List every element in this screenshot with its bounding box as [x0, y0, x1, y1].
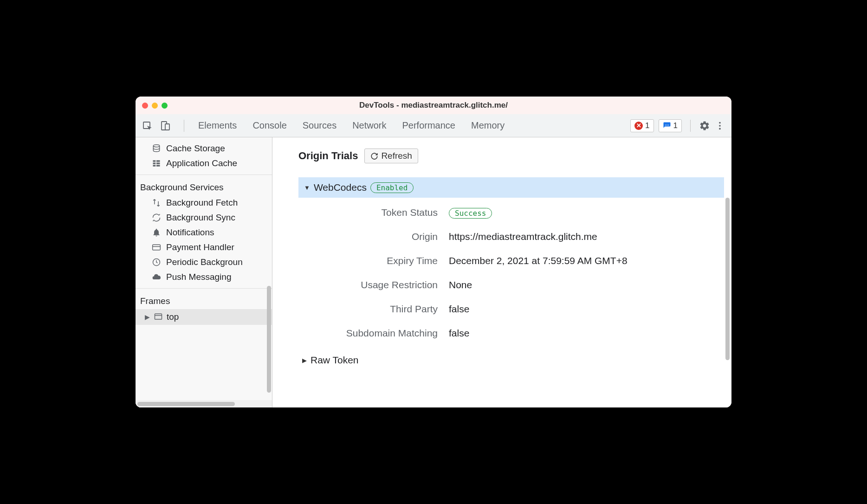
sidebar-hscroll-thumb[interactable]	[137, 402, 235, 406]
detail-value-subdomain: false	[449, 328, 724, 339]
clock-icon	[151, 258, 162, 267]
issues-icon	[663, 122, 671, 130]
maximize-window-button[interactable]	[162, 103, 168, 109]
sidebar-heading-frames: Frames	[136, 292, 272, 309]
inspect-element-icon[interactable]	[142, 120, 153, 131]
tab-elements[interactable]: Elements	[198, 120, 237, 131]
svg-rect-2	[165, 124, 169, 130]
svg-point-3	[719, 122, 721, 123]
sidebar-item-periodic-background[interactable]: Periodic Backgroun	[136, 255, 272, 270]
sidebar-item-notifications[interactable]: Notifications	[136, 225, 272, 240]
minimize-window-button[interactable]	[152, 103, 158, 109]
issues-count-value: 1	[673, 121, 678, 130]
main-area: Cache Storage Application Cache Backgrou…	[136, 137, 731, 407]
titlebar: DevTools - mediastreamtrack.glitch.me/	[136, 97, 731, 114]
frame-label: top	[167, 312, 179, 322]
sidebar-item-label: Payment Handler	[166, 242, 234, 252]
tab-sources[interactable]: Sources	[303, 120, 336, 131]
sidebar-item-application-cache[interactable]: Application Cache	[136, 156, 272, 171]
sidebar-hscroll[interactable]	[136, 400, 272, 407]
sidebar-item-cache-storage[interactable]: Cache Storage	[136, 141, 272, 156]
detail-label-subdomain: Subdomain Matching	[303, 328, 438, 339]
refresh-label: Refresh	[381, 151, 412, 161]
window-title: DevTools - mediastreamtrack.glitch.me/	[359, 101, 508, 110]
close-window-button[interactable]	[142, 103, 148, 109]
trial-details: Token Status Success Origin https://medi…	[303, 207, 724, 339]
collapse-icon[interactable]: ▼	[304, 184, 310, 191]
tab-memory[interactable]: Memory	[471, 120, 505, 131]
sidebar-item-payment-handler[interactable]: Payment Handler	[136, 240, 272, 255]
divider	[136, 174, 272, 175]
svg-point-4	[719, 125, 721, 127]
settings-icon[interactable]	[699, 120, 710, 131]
sidebar: Cache Storage Application Cache Backgrou…	[136, 137, 272, 407]
trial-status-badge: Enabled	[370, 182, 414, 193]
sidebar-item-label: Application Cache	[166, 158, 237, 168]
sidebar-scrollbar[interactable]	[267, 286, 271, 393]
tabs-container: Elements Console Sources Network Perform…	[198, 120, 627, 131]
detail-label-origin: Origin	[303, 231, 438, 242]
detail-value-expiry: December 2, 2021 at 7:59:59 AM GMT+8	[449, 255, 724, 266]
token-status-badge: Success	[449, 208, 492, 219]
svg-rect-16	[155, 314, 162, 319]
grid-icon	[151, 159, 162, 168]
detail-label-token-status: Token Status	[303, 207, 438, 218]
svg-rect-11	[153, 165, 156, 166]
sidebar-item-label: Cache Storage	[166, 143, 225, 154]
svg-point-6	[153, 145, 159, 147]
content-title: Origin Trials	[298, 150, 358, 162]
separator	[184, 120, 184, 132]
sidebar-item-label: Background Sync	[166, 213, 235, 223]
raw-token-row[interactable]: ▶ Raw Token	[302, 355, 724, 366]
cloud-icon	[151, 272, 162, 282]
detail-label-thirdparty: Third Party	[303, 304, 438, 315]
traffic-lights	[142, 103, 168, 109]
sidebar-item-label: Push Messaging	[166, 272, 231, 282]
card-icon	[151, 243, 162, 252]
sidebar-item-label: Periodic Backgroun	[166, 257, 243, 267]
svg-point-5	[719, 128, 721, 129]
sidebar-heading-bg: Background Services	[136, 179, 272, 195]
svg-rect-8	[156, 160, 160, 162]
error-icon: ✕	[634, 122, 643, 130]
errors-count[interactable]: ✕ 1	[630, 119, 653, 132]
errors-count-value: 1	[645, 121, 649, 130]
sidebar-item-label: Background Fetch	[166, 198, 238, 208]
separator	[690, 120, 691, 132]
refresh-icon	[370, 152, 378, 160]
devtools-window: DevTools - mediastreamtrack.glitch.me/ E…	[136, 97, 731, 407]
svg-rect-9	[153, 162, 156, 164]
frame-icon	[154, 312, 163, 322]
detail-value-token-status: Success	[449, 207, 724, 218]
database-icon	[151, 144, 162, 153]
sidebar-item-push-messaging[interactable]: Push Messaging	[136, 270, 272, 284]
tab-console[interactable]: Console	[252, 120, 286, 131]
frame-item-top[interactable]: ▶ top	[136, 309, 272, 325]
tab-network[interactable]: Network	[352, 120, 386, 131]
content-panel: Origin Trials Refresh ▼ WebCodecs Enable…	[272, 137, 731, 407]
sidebar-item-label: Notifications	[166, 227, 214, 238]
sidebar-item-background-fetch[interactable]: Background Fetch	[136, 195, 272, 210]
issues-count[interactable]: 1	[659, 119, 682, 132]
divider	[136, 288, 272, 289]
svg-rect-10	[156, 162, 160, 164]
trial-row-webcodecs[interactable]: ▼ WebCodecs Enabled	[298, 177, 724, 198]
bell-icon	[151, 228, 162, 237]
trial-name: WebCodecs	[314, 182, 367, 193]
detail-label-usage: Usage Restriction	[303, 279, 438, 291]
refresh-button[interactable]: Refresh	[364, 149, 418, 163]
svg-rect-13	[153, 245, 161, 250]
detail-value-thirdparty: false	[449, 304, 724, 315]
sidebar-item-background-sync[interactable]: Background Sync	[136, 210, 272, 225]
expand-icon[interactable]: ▶	[145, 313, 150, 321]
more-menu-icon[interactable]	[715, 121, 725, 131]
tab-performance[interactable]: Performance	[402, 120, 456, 131]
expand-icon[interactable]: ▶	[302, 357, 307, 364]
raw-token-label: Raw Token	[311, 355, 359, 366]
toolbar: Elements Console Sources Network Perform…	[136, 114, 731, 137]
svg-rect-7	[153, 160, 156, 162]
device-toolbar-icon[interactable]	[160, 120, 171, 131]
svg-rect-12	[156, 165, 160, 166]
detail-value-origin: https://mediastreamtrack.glitch.me	[449, 231, 724, 242]
content-scrollbar[interactable]	[725, 198, 730, 360]
